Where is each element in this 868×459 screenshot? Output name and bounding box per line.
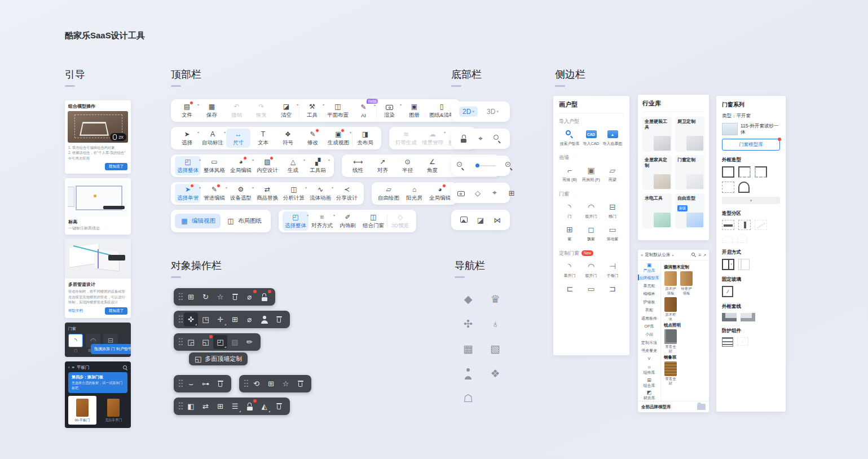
- object-toolbar-button[interactable]: ◳: [199, 312, 213, 326]
- navbar-item[interactable]: ❖: [482, 365, 509, 382]
- toolbar-button[interactable]: ⊙ 半径: [395, 156, 420, 175]
- object-toolbar-button[interactable]: [178, 335, 183, 349]
- bottombar-button[interactable]: ⊞: [507, 188, 516, 197]
- bottombar-button[interactable]: [493, 134, 502, 143]
- object-toolbar-button[interactable]: [257, 312, 271, 326]
- navbar-item[interactable]: ♛: [482, 290, 509, 308]
- object-toolbar-button[interactable]: ◰: [213, 335, 227, 349]
- library-tile[interactable]: ▲ 导入临摹图: [602, 127, 623, 146]
- bottombar-button[interactable]: [456, 161, 465, 170]
- toolbar-button[interactable]: ⟷ 线性: [346, 156, 370, 175]
- all-brand-models-link[interactable]: 全部品牌模型库: [641, 404, 671, 410]
- object-toolbar-button[interactable]: ⟲: [249, 377, 263, 391]
- library-tile[interactable]: ⊟ 移门: [602, 200, 623, 219]
- toolbar-button[interactable]: A 自动标注: [200, 129, 226, 148]
- bottombar-button[interactable]: [459, 215, 468, 224]
- category-item[interactable]: ▣ 产品库: [638, 261, 660, 273]
- toolbar-button[interactable]: ✎ 修改: [301, 129, 325, 148]
- toolbar-button[interactable]: ⌗ 对齐方式: [309, 211, 335, 231]
- product-card[interactable]: 无拉手开门: [100, 396, 128, 425]
- mode-2d-button[interactable]: 2D: [459, 107, 478, 117]
- toolbar-button[interactable]: ↷ 恢复: [249, 101, 274, 120]
- category-item[interactable]: 榻榻米: [638, 289, 660, 297]
- brand-product[interactable]: 查看全部: [664, 329, 677, 353]
- object-toolbar-button[interactable]: [178, 312, 183, 326]
- toolbar-button[interactable]: ∿ 流体动画: [307, 184, 333, 203]
- brand-product[interactable]: 查看全部: [664, 361, 677, 385]
- brand-product[interactable]: 原木护墙板: [664, 271, 677, 295]
- toolbar-button[interactable]: ✐ 内饰刷: [336, 211, 360, 231]
- object-toolbar-button[interactable]: ⌀: [243, 312, 257, 326]
- got-it-button[interactable]: 我知道了: [105, 163, 127, 170]
- toolbar-button[interactable]: ↗ 对齐: [371, 156, 395, 175]
- navbar-item[interactable]: ▦: [455, 340, 482, 358]
- library-tile[interactable]: CAD 导入CAD: [580, 127, 602, 146]
- toolbar-button[interactable]: ▭ 整体风格: [201, 156, 227, 175]
- brand-product[interactable]: 轻奢护墙板: [680, 271, 693, 295]
- object-toolbar-button[interactable]: [228, 290, 242, 304]
- library-tile[interactable]: ◝ 单开门: [559, 259, 580, 278]
- toolbar-button[interactable]: ⚒ 工具: [300, 101, 324, 120]
- bottombar-button[interactable]: [473, 162, 497, 170]
- object-toolbar-button[interactable]: [293, 377, 307, 391]
- window-option-icon[interactable]: [722, 220, 734, 230]
- object-toolbar-button[interactable]: ✏: [243, 335, 257, 349]
- toolbar-button[interactable]: ✎ AI: [351, 101, 376, 120]
- category-item[interactable]: 通用板件: [638, 314, 660, 322]
- window-option-icon[interactable]: [755, 166, 767, 178]
- window-library-button[interactable]: 门窗模型库: [722, 139, 780, 151]
- object-toolbar-button[interactable]: ◧: [184, 399, 198, 413]
- category-item[interactable]: 品牌模型库: [638, 273, 660, 281]
- object-toolbar-button[interactable]: ↻: [199, 290, 213, 304]
- window-option-icon[interactable]: [741, 313, 755, 321]
- object-toolbar-button[interactable]: ◭: [257, 399, 271, 413]
- search-icon[interactable]: [691, 253, 697, 258]
- toolbar-button[interactable]: ≋ 灯带生成: [393, 129, 419, 148]
- toolbar-button[interactable]: ▦ 保存: [200, 101, 224, 120]
- object-toolbar-button[interactable]: ▨: [228, 335, 242, 349]
- product-card[interactable]: 00-平板门: [68, 396, 96, 425]
- industry-card[interactable]: 水电工具: [642, 193, 672, 228]
- industry-card[interactable]: 厨卫定制: [675, 117, 704, 152]
- toolbar-button[interactable]: ⚙ 设备选型: [228, 184, 254, 203]
- toolbar-button[interactable]: T 文本: [251, 129, 275, 148]
- toolbar-button[interactable]: ⌂ 阳光房: [402, 184, 426, 203]
- category-item[interactable]: ◩ 材质库: [638, 388, 660, 401]
- toolbar-button[interactable]: ◫ 分析计算: [281, 184, 307, 203]
- window-option-icon[interactable]: [722, 313, 737, 321]
- object-toolbar-button[interactable]: ⌣: [184, 377, 198, 391]
- bottombar-button[interactable]: [456, 188, 465, 197]
- menu-icon[interactable]: [641, 253, 643, 258]
- toolbar-button[interactable]: ◰ 选择整体: [283, 211, 309, 231]
- object-toolbar-button[interactable]: ⊞: [264, 377, 278, 391]
- window-option-icon[interactable]: [738, 220, 751, 230]
- library-tile[interactable]: ◻ 飘窗: [580, 222, 602, 241]
- library-tile[interactable]: ⊞ 窗: [559, 222, 580, 241]
- bottombar-button[interactable]: ◪: [476, 215, 485, 224]
- library-tile[interactable]: ◝ 门: [68, 334, 83, 354]
- library-tile[interactable]: ▣ 画房间 (F): [580, 163, 602, 182]
- help-doc-link[interactable]: 帮助文档: [68, 308, 83, 314]
- library-tile[interactable]: ⊣ 子母门: [602, 259, 623, 278]
- object-toolbar-button[interactable]: ◲: [184, 335, 198, 349]
- toolbar-button[interactable]: ◪ 清空: [274, 101, 298, 120]
- folder-icon[interactable]: [697, 404, 706, 410]
- object-toolbar-button[interactable]: [272, 312, 286, 326]
- toolbar-button[interactable]: ↔ 尺寸: [226, 129, 250, 148]
- bottombar-button[interactable]: ⌖: [476, 134, 485, 143]
- object-toolbar-button[interactable]: ⊶: [199, 377, 213, 391]
- object-toolbar-button[interactable]: ☰: [228, 399, 242, 413]
- library-tile[interactable]: ⌐ 画墙 (B): [559, 163, 580, 182]
- window-option-icon[interactable]: [755, 220, 767, 230]
- object-toolbar-button[interactable]: ◱: [199, 335, 213, 349]
- bottombar-button[interactable]: ⋈: [493, 215, 502, 224]
- category-item[interactable]: ⌗ 组件库: [638, 363, 660, 376]
- category-item[interactable]: 护墙板: [638, 298, 660, 306]
- toolbar-button[interactable]: ☁ 情景管理: [420, 129, 446, 148]
- object-toolbar-button[interactable]: ⌀: [243, 290, 257, 304]
- window-option-icon[interactable]: [737, 337, 748, 346]
- window-option-icon[interactable]: [722, 236, 733, 243]
- window-option-icon[interactable]: [722, 286, 733, 297]
- object-toolbar-button[interactable]: [243, 377, 249, 391]
- toolbar-button[interactable]: △ 生成: [281, 156, 305, 175]
